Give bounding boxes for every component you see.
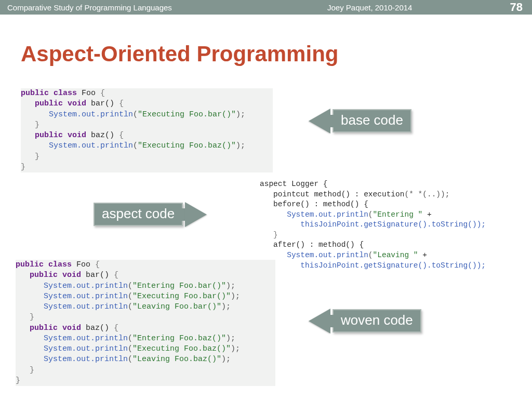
code-paren: );	[236, 110, 245, 119]
code-call: System.out.println	[49, 141, 133, 150]
code-brace: {	[100, 89, 105, 98]
code-paren: );	[231, 292, 240, 301]
code-paren: (	[128, 355, 132, 364]
code-string: "Entering Foo.bar()"	[132, 282, 226, 290]
code-call: System.out.println	[49, 110, 133, 119]
code-call: System.out.println	[44, 334, 128, 343]
code-brace: }	[35, 152, 39, 161]
code-classname: Foo	[76, 260, 90, 269]
code-aspect: aspect Logger { pointcut method() : exec…	[260, 179, 530, 271]
callout-base-code: base code	[332, 109, 411, 132]
code-keyword: public	[30, 324, 58, 332]
code-paren: (	[128, 292, 132, 301]
code-call: thisJoinPoint.getSignature().toString())…	[260, 261, 486, 270]
code-method: baz()	[91, 131, 114, 140]
course-title: Comparative Study of Programming Languag…	[7, 3, 172, 12]
code-call: System.out.println	[260, 251, 368, 259]
code-keyword: void	[68, 131, 86, 140]
code-brace: {	[95, 260, 100, 269]
code-brace: {	[114, 324, 118, 332]
code-paren: (* *(..));	[404, 190, 449, 198]
code-classname: Foo	[82, 89, 96, 98]
code-keyword: class	[54, 89, 77, 98]
code-keyword: public	[21, 89, 49, 98]
callout-label: woven code	[341, 312, 413, 328]
code-base: public class Foo { public void bar() { S…	[21, 88, 273, 172]
code-string: "Leaving "	[373, 251, 418, 259]
code-call: System.out.println	[44, 355, 128, 364]
code-paren: (	[128, 302, 132, 311]
code-keyword: class	[48, 260, 72, 269]
code-paren: (	[133, 110, 138, 119]
code-string: "Entering Foo.baz()"	[132, 334, 226, 343]
code-brace: }	[260, 231, 278, 239]
code-keyword: void	[62, 324, 81, 332]
code-paren: (	[368, 251, 373, 259]
code-keyword: public	[35, 131, 63, 140]
code-keyword: public	[16, 260, 44, 269]
code-paren: );	[236, 141, 245, 150]
code-text: +	[418, 251, 427, 259]
code-method: bar()	[91, 99, 114, 108]
code-string: "Executing Foo.bar()"	[132, 292, 231, 301]
code-paren: );	[221, 355, 231, 364]
code-line: pointcut method() : execution	[260, 190, 404, 198]
code-brace: {	[119, 131, 124, 140]
callout-label: base code	[341, 112, 403, 128]
code-keyword: public	[30, 271, 58, 280]
code-string: "Executing Foo.baz()"	[132, 344, 231, 353]
code-call: System.out.println	[44, 344, 128, 353]
code-call: thisJoinPoint.getSignature().toString())…	[260, 220, 486, 229]
code-string: "Executing Foo.baz()"	[138, 141, 236, 150]
code-keyword: void	[62, 271, 81, 280]
callout-aspect-code: aspect code	[94, 203, 183, 226]
code-call: System.out.println	[260, 210, 368, 219]
code-method: baz()	[86, 324, 109, 332]
code-string: "Leaving Foo.baz()"	[132, 355, 221, 364]
code-paren: );	[221, 302, 231, 311]
code-keyword: public	[35, 99, 63, 108]
code-string: "Executing Foo.bar()"	[138, 110, 236, 119]
slide-title: Aspect-Oriented Programming	[21, 42, 338, 66]
code-paren: );	[231, 344, 240, 353]
code-keyword: void	[68, 99, 86, 108]
code-paren: (	[128, 282, 132, 290]
code-string: "Entering "	[373, 210, 423, 219]
code-string: "Leaving Foo.bar()"	[132, 302, 221, 311]
code-call: System.out.println	[44, 302, 128, 311]
code-paren: (	[128, 334, 132, 343]
code-text: +	[422, 210, 431, 219]
code-paren: (	[128, 344, 132, 353]
code-method: bar()	[86, 271, 109, 280]
code-brace: }	[21, 163, 25, 171]
code-paren: );	[226, 282, 235, 290]
code-brace: }	[35, 121, 39, 129]
code-woven: public class Foo { public void bar() { S…	[16, 260, 275, 386]
code-line: aspect Logger {	[260, 180, 328, 188]
callout-woven-code: woven code	[332, 309, 421, 332]
code-call: System.out.println	[44, 282, 128, 290]
code-paren: );	[226, 334, 235, 343]
author-label: Joey Paquet, 2010-2014	[327, 3, 412, 12]
code-brace: }	[30, 366, 34, 375]
code-paren: (	[133, 141, 138, 150]
page-number: 78	[510, 1, 523, 14]
slide-header: Comparative Study of Programming Languag…	[0, 0, 532, 15]
callout-label: aspect code	[102, 206, 175, 221]
code-call: System.out.println	[44, 292, 128, 301]
code-line: before() : method() {	[260, 200, 368, 208]
code-brace: {	[114, 271, 118, 280]
code-paren: (	[368, 210, 373, 219]
code-brace: {	[119, 99, 124, 108]
code-line: after() : method() {	[260, 241, 364, 249]
code-brace: }	[16, 376, 20, 385]
code-brace: }	[30, 313, 34, 322]
